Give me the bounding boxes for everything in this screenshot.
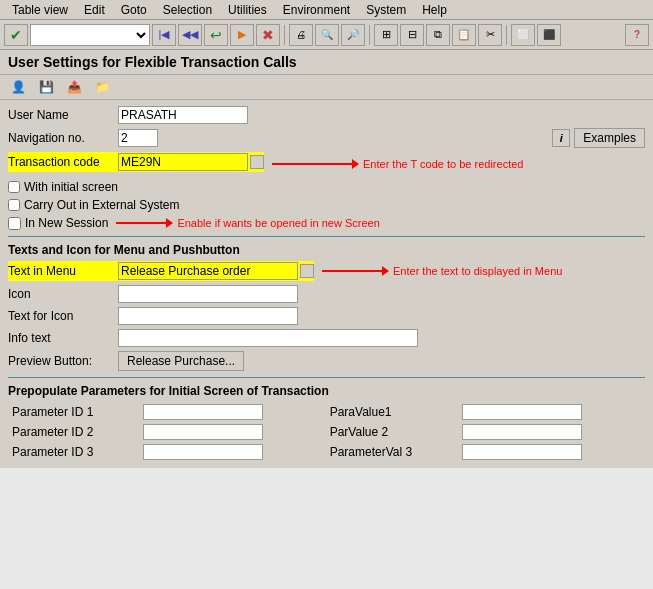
parvalue2-label: ParValue 2: [326, 422, 458, 442]
new-session-checkbox[interactable]: [8, 217, 21, 230]
parvalue2-input[interactable]: [462, 424, 582, 440]
with-initial-screen-checkbox[interactable]: [8, 181, 20, 193]
expand-button[interactable]: ⬛: [537, 24, 561, 46]
examples-button[interactable]: Examples: [574, 128, 645, 148]
text-for-icon-input[interactable]: [118, 307, 298, 325]
save-local-button[interactable]: 💾: [34, 77, 58, 97]
menu-selection[interactable]: Selection: [155, 2, 220, 18]
transaction-indicator: [250, 155, 264, 169]
text-for-icon-row: Text for Icon: [8, 307, 645, 325]
paravalue1-label: ParaValue1: [326, 402, 458, 422]
import-button[interactable]: 📤: [62, 77, 86, 97]
text-for-icon-label: Text for Icon: [8, 309, 118, 323]
navno-row: Navigation no. i Examples: [8, 128, 645, 148]
page-up-icon: ⊞: [382, 28, 391, 41]
toolbar-sep3: [506, 25, 507, 45]
copy-button[interactable]: ⧉: [426, 24, 450, 46]
menu-environment[interactable]: Environment: [275, 2, 358, 18]
info-text-input[interactable]: [118, 329, 418, 347]
find-next-button[interactable]: 🔎: [341, 24, 365, 46]
toolbar: ✔ |◀ ◀◀ ↩ ▶ ✖ 🖨 🔍 🔎 ⊞ ⊟ ⧉ 📋 ✂ ⬜: [0, 20, 653, 50]
command-dropdown[interactable]: [30, 24, 150, 46]
find-icon: 🔍: [321, 29, 333, 40]
local-layout-icon: ⬜: [517, 29, 529, 40]
menu-goto[interactable]: Goto: [113, 2, 155, 18]
transaction-annotation: Enter the T code to be redirected: [363, 158, 523, 170]
find-button[interactable]: 🔍: [315, 24, 339, 46]
nav-first-button[interactable]: |◀: [152, 24, 176, 46]
info-button[interactable]: i: [552, 129, 570, 147]
text-in-menu-annotation: Enter the text to displayed in Menu: [393, 265, 562, 277]
menu-edit[interactable]: Edit: [76, 2, 113, 18]
new-session-row: In New Session Enable if wants be opened…: [8, 216, 645, 230]
navno-input[interactable]: [118, 129, 158, 147]
text-in-menu-row: Text in Menu Enter the text to displayed…: [8, 261, 645, 281]
text-in-menu-indicator: [300, 264, 314, 278]
local-layout-button[interactable]: ⬜: [511, 24, 535, 46]
param3-row: Parameter ID 3 ParameterVal 3: [8, 442, 645, 462]
print-button[interactable]: 🖨: [289, 24, 313, 46]
param2-row: Parameter ID 2 ParValue 2: [8, 422, 645, 442]
param3-input[interactable]: [143, 444, 263, 460]
new-session-annotation: Enable if wants be opened in new Screen: [177, 217, 379, 229]
paramval3-input[interactable]: [462, 444, 582, 460]
carry-out-label: Carry Out in External System: [24, 198, 179, 212]
text-in-menu-arrow-head: [382, 266, 389, 276]
transaction-row: Transaction code Enter the T code to be …: [8, 152, 645, 176]
nav-first-icon: |◀: [159, 28, 170, 41]
check-button[interactable]: ✔: [4, 24, 28, 46]
with-initial-screen-row: With initial screen: [8, 180, 645, 194]
username-row: User Name: [8, 106, 645, 124]
copy-icon: ⧉: [434, 28, 442, 41]
param2-label: Parameter ID 2: [8, 422, 139, 442]
text-in-menu-label: Text in Menu: [8, 264, 118, 278]
preview-row: Preview Button: Release Purchase...: [8, 351, 645, 371]
username-input[interactable]: [118, 106, 248, 124]
nav-prev-button[interactable]: ↩: [204, 24, 228, 46]
menu-help[interactable]: Help: [414, 2, 455, 18]
with-initial-screen-label: With initial screen: [24, 180, 118, 194]
transaction-arrow-line: [272, 163, 352, 165]
help-button[interactable]: ?: [625, 24, 649, 46]
page-down-button[interactable]: ⊟: [400, 24, 424, 46]
nav-back-button[interactable]: ◀◀: [178, 24, 202, 46]
transaction-input[interactable]: [118, 153, 248, 171]
person-button[interactable]: 👤: [6, 77, 30, 97]
nav-prev-icon: ↩: [210, 27, 222, 43]
paravalue1-input[interactable]: [462, 404, 582, 420]
find-next-icon: 🔎: [347, 29, 359, 40]
carry-out-checkbox[interactable]: [8, 199, 20, 211]
menu-tableview[interactable]: Table view: [4, 2, 76, 18]
save-local-icon: 💾: [39, 80, 54, 94]
cancel-button[interactable]: ✖: [256, 24, 280, 46]
param1-input[interactable]: [143, 404, 263, 420]
text-in-menu-input[interactable]: [118, 262, 298, 280]
icon-input[interactable]: [118, 285, 298, 303]
info-text-label: Info text: [8, 331, 118, 345]
person-icon: 👤: [11, 80, 26, 94]
page-up-button[interactable]: ⊞: [374, 24, 398, 46]
folder-button[interactable]: 📁: [90, 77, 114, 97]
nav-fwd-button[interactable]: ▶: [230, 24, 254, 46]
check-icon: ✔: [10, 27, 22, 43]
toolbar-sep2: [369, 25, 370, 45]
params-divider: [8, 377, 645, 380]
info-text-row: Info text: [8, 329, 645, 347]
new-session-label: In New Session: [25, 216, 108, 230]
menu-system[interactable]: System: [358, 2, 414, 18]
params-table: Parameter ID 1 ParaValue1 Parameter ID 2…: [8, 402, 645, 462]
sub-toolbar: 👤 💾 📤 📁: [0, 75, 653, 100]
cut-button[interactable]: ✂: [478, 24, 502, 46]
new-session-arrow: Enable if wants be opened in new Screen: [116, 217, 379, 229]
menubar: Table view Edit Goto Selection Utilities…: [0, 0, 653, 20]
preview-button[interactable]: Release Purchase...: [118, 351, 244, 371]
carry-out-row: Carry Out in External System: [8, 198, 645, 212]
menu-utilities[interactable]: Utilities: [220, 2, 275, 18]
transaction-label: Transaction code: [8, 154, 118, 170]
paste-button[interactable]: 📋: [452, 24, 476, 46]
param1-label: Parameter ID 1: [8, 402, 139, 422]
navno-label: Navigation no.: [8, 131, 118, 145]
param2-input[interactable]: [143, 424, 263, 440]
new-session-inner: In New Session: [8, 216, 108, 230]
texts-divider: [8, 236, 645, 239]
